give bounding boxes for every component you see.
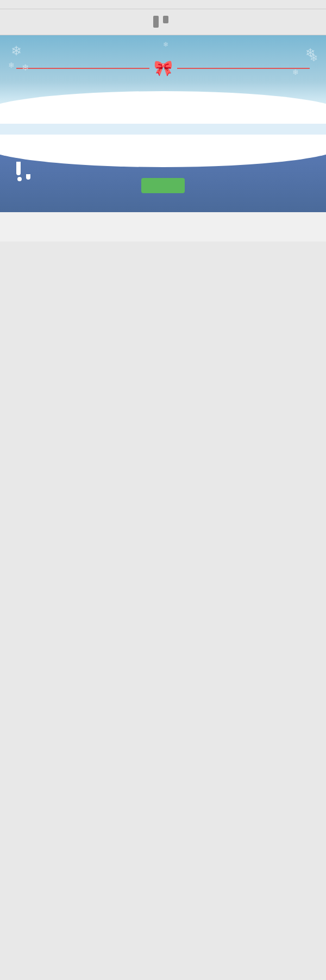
cta-section xyxy=(0,145,326,212)
logo-area xyxy=(0,9,326,35)
hero-line-right xyxy=(177,68,310,69)
section-9-12 xyxy=(0,135,326,145)
top-bar xyxy=(0,0,326,9)
hero-section: ❄ ❄ ❄ ❄ ❄ ❄ ❄ 🎀 xyxy=(0,35,326,113)
trello-logo-icon xyxy=(153,16,168,28)
section-1-4 xyxy=(0,113,326,124)
logo-container xyxy=(153,16,173,28)
section-5-8 xyxy=(0,124,326,135)
hero-line-left xyxy=(16,68,149,69)
snowflake-7: ❄ xyxy=(310,52,318,64)
snowflake-3: ❄ xyxy=(305,46,315,60)
snowflake-5: ❄ xyxy=(163,41,168,48)
drip-2 xyxy=(26,173,33,181)
footer-wave-top xyxy=(0,145,326,167)
drip-1 xyxy=(16,162,23,181)
bow-icon: 🎀 xyxy=(154,59,173,77)
email-wrapper: ❄ ❄ ❄ ❄ ❄ ❄ ❄ 🎀 xyxy=(0,0,326,241)
hero-divider: 🎀 xyxy=(16,59,310,77)
show-me-how-button[interactable] xyxy=(141,178,185,193)
hero-wave xyxy=(0,91,326,113)
social-footer xyxy=(0,212,326,241)
snowflake-6: ❄ xyxy=(8,61,15,69)
drip-decoration xyxy=(16,162,33,181)
snowflake-1: ❄ xyxy=(11,43,22,59)
